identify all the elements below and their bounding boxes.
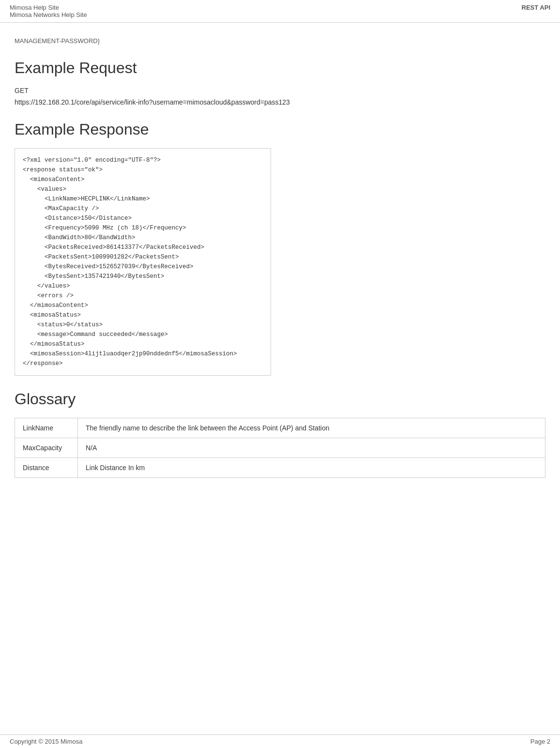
header-left: Mimosa Help Site Mimosa Networks Help Si… [10, 4, 87, 18]
glossary-title: Glossary [15, 390, 545, 408]
glossary-definition: N/A [78, 438, 545, 458]
glossary-term: LinkName [15, 418, 78, 438]
section-label: REST API [522, 4, 550, 11]
example-request-title: Example Request [15, 59, 545, 77]
site-name: Mimosa Help Site [10, 4, 87, 11]
footer: Copyright © 2015 Mimosa Page 2 [0, 734, 560, 748]
management-line: MANAGEMENT-PASSWORD} [15, 37, 545, 45]
header: Mimosa Help Site Mimosa Networks Help Si… [0, 0, 560, 23]
glossary-row: MaxCapacityN/A [15, 438, 545, 458]
main-content: MANAGEMENT-PASSWORD} Example Request GET… [0, 23, 560, 507]
copyright: Copyright © 2015 Mimosa [10, 738, 82, 745]
glossary-section: Glossary LinkNameThe friendly name to de… [15, 390, 545, 478]
http-method: GET [15, 87, 545, 94]
glossary-row: LinkNameThe friendly name to describe th… [15, 418, 545, 438]
example-response-title: Example Response [15, 121, 545, 138]
response-code-block: <?xml version="1.0" encoding="UTF-8"?> <… [15, 148, 271, 376]
request-url: https://192.168.20.1/core/api/service/li… [15, 98, 545, 106]
page-number: Page 2 [530, 738, 550, 745]
glossary-definition: The friendly name to describe the link b… [78, 418, 545, 438]
glossary-term: Distance [15, 458, 78, 478]
site-subtitle: Mimosa Networks Help Site [10, 11, 87, 18]
glossary-row: DistanceLink Distance In km [15, 458, 545, 478]
glossary-table: LinkNameThe friendly name to describe th… [15, 418, 545, 478]
glossary-term: MaxCapacity [15, 438, 78, 458]
glossary-definition: Link Distance In km [78, 458, 545, 478]
